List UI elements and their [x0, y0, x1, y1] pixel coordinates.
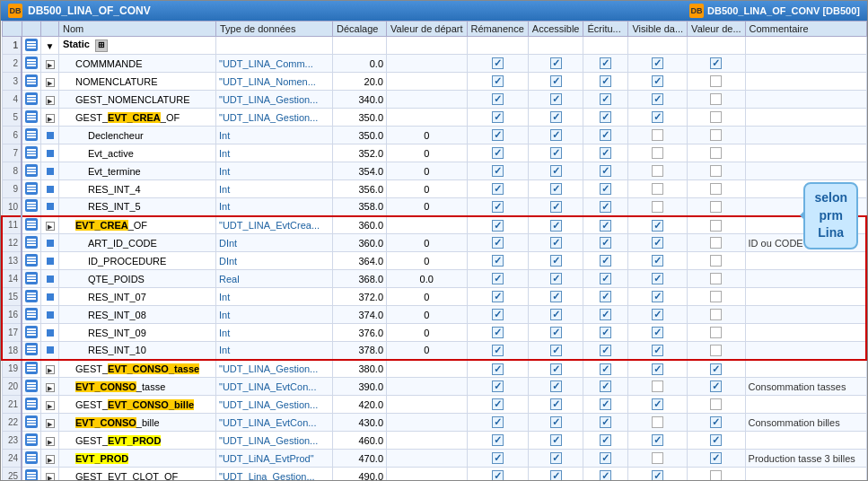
checkbox[interactable]: [550, 345, 562, 356]
table-row[interactable]: 20▶EVT_CONSO_tasse"UDT_LINA_EvtCon...390…: [2, 378, 866, 396]
checkbox[interactable]: [550, 93, 562, 105]
table-row[interactable]: 16RES_INT_08Int374.00: [2, 306, 866, 324]
checkbox[interactable]: [600, 327, 611, 338]
checkbox[interactable]: [652, 93, 663, 105]
expand-button[interactable]: ▶: [46, 473, 55, 481]
checkbox[interactable]: [652, 129, 663, 141]
checkbox[interactable]: [492, 75, 504, 87]
checkbox[interactable]: [600, 363, 611, 375]
expand-button[interactable]: ▶: [46, 419, 55, 428]
checkbox[interactable]: [652, 327, 663, 338]
table-row[interactable]: 6DeclencheurInt350.00: [2, 127, 866, 144]
checkbox[interactable]: [550, 147, 562, 159]
checkbox[interactable]: [492, 237, 504, 249]
checkbox[interactable]: [550, 111, 562, 123]
checkbox[interactable]: [652, 255, 663, 267]
checkbox[interactable]: [652, 57, 663, 69]
checkbox[interactable]: [600, 470, 611, 480]
checkbox[interactable]: [652, 165, 663, 177]
checkbox[interactable]: [492, 345, 504, 356]
checkbox[interactable]: [652, 345, 663, 356]
checkbox[interactable]: [600, 380, 611, 392]
checkbox[interactable]: [600, 93, 611, 105]
checkbox[interactable]: [600, 416, 611, 428]
checkbox[interactable]: [550, 183, 562, 195]
checkbox[interactable]: [652, 237, 663, 249]
checkbox[interactable]: [710, 165, 722, 177]
checkbox[interactable]: [492, 452, 504, 464]
checkbox[interactable]: [652, 398, 663, 410]
table-row[interactable]: 18RES_INT_10Int378.00: [2, 342, 866, 360]
checkbox[interactable]: [600, 291, 611, 302]
checkbox[interactable]: [710, 327, 722, 338]
checkbox[interactable]: [652, 111, 663, 123]
expand-button[interactable]: ▶: [46, 437, 55, 446]
filter-icon[interactable]: ⊞: [95, 39, 108, 52]
checkbox[interactable]: [550, 237, 562, 249]
checkbox[interactable]: [600, 147, 611, 159]
checkbox[interactable]: [492, 147, 504, 159]
checkbox[interactable]: [600, 237, 611, 249]
checkbox[interactable]: [550, 129, 562, 141]
checkbox[interactable]: [492, 93, 504, 105]
checkbox[interactable]: [492, 363, 504, 375]
checkbox[interactable]: [600, 255, 611, 267]
checkbox[interactable]: [600, 183, 611, 195]
checkbox[interactable]: [652, 291, 663, 302]
table-row[interactable]: 8Evt_termineInt354.00: [2, 162, 866, 180]
table-row[interactable]: 14QTE_POIDSReal368.00.0: [2, 270, 866, 288]
checkbox[interactable]: [710, 111, 722, 123]
checkbox[interactable]: [710, 129, 722, 141]
checkbox[interactable]: [710, 452, 722, 464]
checkbox[interactable]: [550, 291, 562, 302]
table-row[interactable]: 2▶COMMMANDE"UDT_LINA_Comm...0.0: [2, 55, 866, 73]
checkbox[interactable]: [652, 75, 663, 87]
checkbox[interactable]: [710, 201, 722, 213]
checkbox[interactable]: [600, 57, 611, 69]
checkbox[interactable]: [600, 273, 611, 284]
table-row[interactable]: 11▶EVT_CREA_OF"UDT_LINA_EvtCrea...360.0: [2, 216, 866, 234]
checkbox[interactable]: [550, 273, 562, 284]
checkbox[interactable]: [492, 291, 504, 302]
checkbox[interactable]: [600, 220, 611, 232]
table-row[interactable]: 19▶GEST_EVT_CONSO_tasse"UDT_LINA_Gestion…: [2, 360, 866, 378]
checkbox[interactable]: [652, 363, 663, 375]
expand-button[interactable]: ▶: [46, 455, 55, 464]
table-container[interactable]: Nom Type de données Décalage Valeur de d…: [1, 21, 867, 480]
checkbox[interactable]: [710, 363, 722, 375]
checkbox[interactable]: [600, 111, 611, 123]
checkbox[interactable]: [492, 327, 504, 338]
checkbox[interactable]: [652, 273, 663, 284]
checkbox[interactable]: [550, 255, 562, 267]
expand-button[interactable]: ▶: [46, 60, 55, 69]
table-row[interactable]: 24▶EVT_PROD"UDT_LiNA_EvtProd"470.0Produc…: [2, 450, 866, 468]
checkbox[interactable]: [652, 220, 663, 232]
checkbox[interactable]: [710, 345, 722, 356]
checkbox[interactable]: [550, 398, 562, 410]
checkbox[interactable]: [550, 165, 562, 177]
expand-button[interactable]: ▶: [46, 114, 55, 123]
checkbox[interactable]: [492, 57, 504, 69]
checkbox[interactable]: [652, 470, 663, 480]
checkbox[interactable]: [710, 434, 722, 446]
checkbox[interactable]: [550, 327, 562, 338]
expand-arrow-icon[interactable]: ▼: [46, 41, 55, 51]
checkbox[interactable]: [652, 380, 663, 392]
table-row[interactable]: 5▶GEST_EVT_CREA_OF"UDT_LINA_Gestion...35…: [2, 109, 866, 127]
checkbox[interactable]: [492, 398, 504, 410]
checkbox[interactable]: [710, 237, 722, 249]
checkbox[interactable]: [550, 201, 562, 213]
table-row[interactable]: 7Evt_activeInt352.00: [2, 144, 866, 162]
table-row[interactable]: 1▼Static⊞: [2, 37, 866, 55]
checkbox[interactable]: [710, 380, 722, 392]
table-row[interactable]: 25▶GEST_EVT_CLOT_OF"UDT_Lina_Gestion...4…: [2, 468, 866, 481]
checkbox[interactable]: [550, 380, 562, 392]
checkbox[interactable]: [550, 220, 562, 232]
checkbox[interactable]: [710, 416, 722, 428]
checkbox[interactable]: [550, 363, 562, 375]
checkbox[interactable]: [710, 470, 722, 480]
checkbox[interactable]: [492, 309, 504, 320]
checkbox[interactable]: [492, 165, 504, 177]
table-row[interactable]: 13ID_PROCEDUREDInt364.00: [2, 252, 866, 270]
checkbox[interactable]: [710, 183, 722, 195]
